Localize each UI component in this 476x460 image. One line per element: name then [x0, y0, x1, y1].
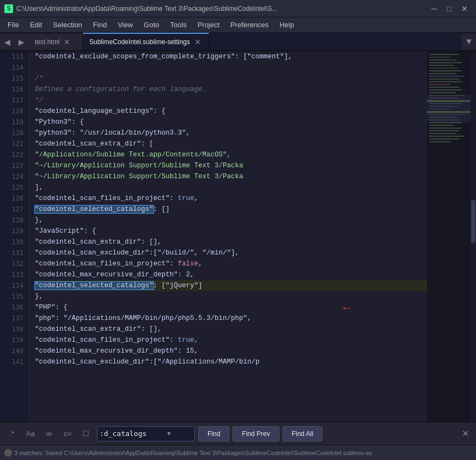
code-line: */	[35, 95, 427, 106]
menu-goto[interactable]: Goto	[138, 19, 164, 31]
findbar-input-wrap: ▼	[97, 426, 195, 441]
svg-rect-11	[429, 81, 462, 82]
svg-rect-26	[429, 122, 462, 123]
svg-rect-6	[429, 68, 459, 69]
window-title: C:\Users\Administrator\AppData\Roaming\S…	[16, 5, 427, 13]
code-line: "codeintel_max_recursive_dir_depth": 15,	[35, 346, 427, 356]
tab-nav-right[interactable]: ▶	[14, 34, 28, 50]
line-number: 120	[0, 128, 29, 138]
menu-edit[interactable]: Edit	[25, 19, 47, 31]
findbar-word-btn[interactable]: ·w·	[41, 426, 57, 441]
code-line: Defines a configuration for each languag…	[35, 84, 427, 95]
close-button[interactable]: ✕	[457, 3, 472, 15]
findbar-wrap-btn[interactable]: c=	[60, 426, 75, 441]
tab-test-html-label: test.html	[35, 38, 59, 46]
svg-rect-31	[429, 136, 465, 137]
find-all-button[interactable]: Find All	[283, 426, 322, 441]
svg-rect-29	[429, 130, 459, 131]
tabbar: ◀ ▶ test.html ✕ SublimeCodeIntel.sublime…	[0, 33, 476, 51]
line-number: 133	[0, 269, 29, 280]
line-number: 117	[0, 95, 29, 106]
maximize-button[interactable]: □	[442, 3, 456, 15]
menu-project[interactable]: Project	[192, 19, 225, 31]
code-line: "/Applications/Sublime Text.app/Contents…	[35, 149, 427, 160]
svg-rect-4	[429, 62, 462, 63]
minimap	[427, 51, 471, 422]
svg-rect-1	[429, 54, 459, 55]
line-number: 115	[0, 73, 29, 84]
svg-rect-12	[429, 84, 451, 85]
line-number: 113	[0, 51, 29, 62]
line-number: 128	[0, 215, 29, 226]
line-number: 135	[0, 291, 29, 302]
line-number: 124	[0, 171, 29, 182]
code-content[interactable]: "codeintel_exclude_scopes_from_complete_…	[29, 51, 427, 422]
app-icon: S	[4, 4, 13, 13]
menu-tools[interactable]: Tools	[164, 19, 192, 31]
menu-preferences[interactable]: Preferences	[225, 19, 274, 31]
svg-rect-9	[429, 76, 465, 77]
line-number: 127	[0, 204, 29, 215]
line-number: 132	[0, 258, 29, 269]
line-number: 138	[0, 324, 29, 335]
tab-sublime-settings-close[interactable]: ✕	[193, 37, 202, 47]
code-line: "codeintel_max_recursive_dir_depth": 2,	[35, 269, 427, 280]
tab-test-html-close[interactable]: ✕	[63, 37, 71, 47]
line-number: 116	[0, 84, 29, 95]
scrollbar-thumb[interactable]	[471, 199, 475, 243]
line-number: 136	[0, 302, 29, 313]
tab-nav-left[interactable]: ◀	[0, 34, 14, 50]
svg-rect-27	[429, 125, 454, 126]
tab-sublime-settings[interactable]: SublimeCodeIntel.sublime-settings ✕	[83, 33, 209, 50]
code-line: "Python3": {	[35, 117, 427, 128]
scrollbar-track[interactable]	[471, 51, 476, 422]
code-line: "codeintel_scan_exclude_dir":["/Applicat…	[35, 356, 427, 367]
findbar-case-btn[interactable]: Aa	[23, 426, 38, 441]
svg-rect-7	[429, 70, 462, 71]
line-number: 126	[0, 193, 29, 204]
status-text: 3 matches; Saved C:\Users\Administrator\…	[14, 450, 372, 456]
line-number: 123	[0, 160, 29, 171]
findbar-close-button[interactable]: ✕	[459, 427, 472, 440]
code-line: "codeintel_scan_exclude_dir":["/build/",…	[35, 247, 427, 258]
line-numbers: 1131141151161171181191201211221231241251…	[0, 51, 29, 422]
menu-find[interactable]: Find	[88, 19, 112, 31]
editor-area: 1131141151161171181191201211221231241251…	[0, 51, 476, 422]
findbar-search-input[interactable]	[100, 429, 165, 438]
svg-rect-33	[429, 141, 451, 142]
minimize-button[interactable]: ─	[427, 3, 441, 15]
find-prev-button[interactable]: Find Prev	[233, 426, 279, 441]
findbar-regex-btn[interactable]: .*	[4, 426, 20, 441]
menu-view[interactable]: View	[112, 19, 138, 31]
line-number: 121	[0, 138, 29, 149]
code-line: },	[35, 215, 427, 226]
findbar-insel-btn[interactable]: ☐	[78, 426, 94, 441]
menu-help[interactable]: Help	[274, 19, 300, 31]
titlebar: S C:\Users\Administrator\AppData\Roaming…	[0, 0, 476, 17]
tab-test-html[interactable]: test.html ✕	[28, 34, 83, 50]
find-button[interactable]: Find	[198, 426, 229, 441]
findbar-dropdown-arrow[interactable]: ▼	[167, 431, 171, 437]
svg-rect-35	[427, 100, 471, 102]
menubar: File Edit Selection Find View Goto Tools…	[0, 17, 476, 33]
svg-rect-13	[429, 87, 459, 88]
code-line: "codeintel_scan_files_in_project": false…	[35, 258, 427, 269]
window-controls[interactable]: ─ □ ✕	[427, 3, 472, 15]
menu-file[interactable]: File	[2, 19, 25, 31]
line-number: 137	[0, 313, 29, 324]
status-icon	[4, 449, 12, 457]
line-number: 139	[0, 335, 29, 346]
svg-rect-10	[429, 78, 459, 80]
line-number: 122	[0, 149, 29, 160]
tab-overflow-btn[interactable]: ▼	[462, 34, 476, 50]
code-line: "codeintel_scan_extra_dir": [	[35, 138, 427, 149]
svg-rect-15	[429, 92, 456, 93]
tab-sublime-settings-label: SublimeCodeIntel.sublime-settings	[89, 38, 190, 46]
svg-rect-32	[429, 138, 459, 140]
code-line: "python3": "/usr/local/bin/python3.3",	[35, 128, 427, 138]
code-line: "~/Library/Application Support/Sublime T…	[35, 171, 427, 182]
line-number: 125	[0, 182, 29, 193]
svg-rect-5	[429, 65, 454, 66]
code-line: "codeintel_scan_files_in_project": true,	[35, 193, 427, 204]
menu-selection[interactable]: Selection	[47, 19, 87, 31]
